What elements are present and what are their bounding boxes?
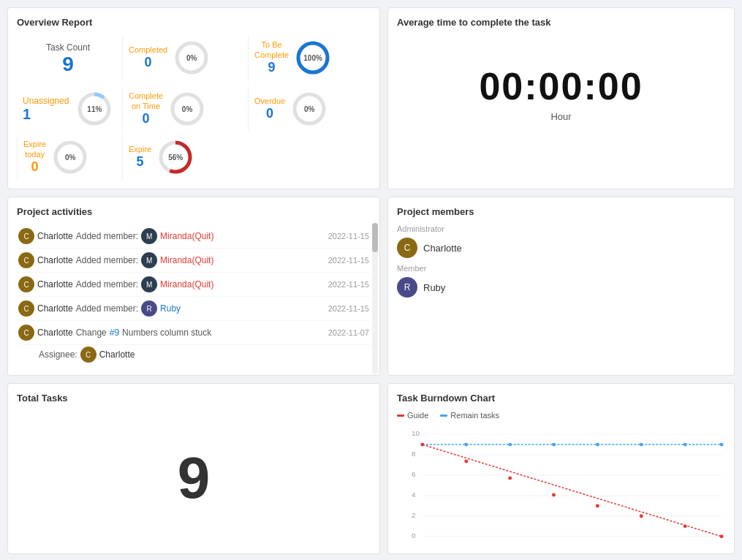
overdue-label: Overdue	[254, 97, 285, 106]
svg-text:8: 8	[412, 450, 416, 458]
expire-percent: 56%	[168, 154, 183, 162]
avatar: C	[18, 252, 34, 268]
svg-point-28	[684, 443, 687, 447]
overview-title: Overview Report	[17, 17, 371, 28]
avatar: C	[18, 300, 34, 317]
total-tasks-card: Total Tasks 9	[7, 383, 380, 554]
complete-on-time-stat: Completeon Time 0 0%	[122, 86, 245, 132]
avg-time-card: Average time to complete the task 00:00:…	[387, 7, 735, 189]
svg-point-23	[464, 443, 468, 447]
activities-title: Project activities	[17, 206, 371, 217]
scrollbar-thumb[interactable]	[372, 223, 378, 252]
avatar: C	[18, 325, 34, 341]
avatar: C	[18, 228, 34, 244]
member-row: R Ruby	[397, 277, 725, 298]
user-name: Charlotte	[37, 328, 73, 338]
to-be-complete-value: 9	[268, 60, 276, 75]
svg-text:0: 0	[412, 531, 416, 540]
date: 2022-11-15	[328, 304, 369, 313]
svg-point-34	[596, 504, 599, 507]
svg-point-33	[552, 493, 556, 496]
chart-legend: Guide Remain tasks	[397, 411, 725, 420]
burndown-title: Task Burndown Chart	[397, 393, 725, 404]
action-text: Change	[76, 328, 107, 338]
burndown-svg: 10 8 6 4 2 0	[397, 425, 725, 542]
target-avatar: R	[141, 300, 157, 317]
expire-donut: 56%	[156, 137, 195, 177]
target-name: Miranda(Quit)	[160, 231, 213, 241]
guide-legend-dot	[397, 415, 404, 417]
project-members-card: Project members Administrator C Charlott…	[387, 197, 735, 376]
overdue-percent: 0%	[304, 105, 314, 113]
scrollbar-track	[372, 223, 378, 374]
svg-point-25	[552, 443, 556, 447]
expire-today-percent: 0%	[65, 154, 75, 162]
completed-label: Completed	[129, 45, 167, 55]
activity-row: C Charlotte Change #9 Numbers column stu…	[17, 321, 371, 345]
svg-point-24	[508, 443, 512, 447]
assignee-row: Assignee: C Charlotte	[17, 345, 371, 366]
expire-today-label: Expiretoday	[23, 140, 46, 159]
action-text: Added member:	[76, 231, 138, 241]
task-count-value: 9	[62, 53, 74, 76]
issue-title: Numbers column stuck	[122, 328, 211, 338]
activity-row: C Charlotte Added member: M Miranda(Quit…	[17, 249, 371, 273]
unassigned-value: 1	[23, 106, 69, 123]
user-name: Charlotte	[37, 303, 73, 314]
activity-row: C Charlotte Added member: M Miranda(Quit…	[17, 273, 371, 297]
date: 2022-11-15	[328, 256, 369, 265]
complete-on-time-donut: 0%	[167, 89, 207, 129]
assignee-avatar: C	[80, 347, 96, 363]
assignee-label: Assignee:	[39, 349, 77, 360]
activities-list[interactable]: C Charlotte Added member: M Miranda(Quit…	[17, 224, 371, 366]
overdue-stat: Overdue 0 0%	[248, 86, 371, 132]
complete-on-time-percent: 0%	[182, 105, 192, 113]
time-display: 00:00:00	[397, 64, 725, 108]
avatar: C	[18, 276, 34, 292]
svg-point-32	[508, 477, 512, 480]
unassigned-percent: 11%	[87, 105, 102, 113]
expire-today-stat: Expiretoday 0 0%	[17, 135, 119, 180]
svg-text:4: 4	[412, 491, 416, 499]
target-avatar: M	[141, 252, 157, 268]
date: 2022-11-15	[328, 232, 369, 241]
time-unit: Hour	[397, 111, 725, 122]
target-avatar: M	[141, 276, 157, 292]
unassigned-cell: Unassigned 1 11%	[17, 86, 119, 132]
members-title: Project members	[397, 206, 725, 217]
svg-text:6: 6	[412, 470, 416, 478]
target-name: Ruby	[160, 303, 181, 314]
unassigned-label: Unassigned	[23, 96, 69, 106]
burndown-chart-card: Task Burndown Chart Guide Remain tasks 1…	[387, 383, 735, 554]
member-name: Ruby	[423, 282, 445, 293]
svg-point-36	[684, 524, 687, 528]
svg-point-29	[720, 443, 724, 447]
completed-donut: 0%	[172, 38, 211, 77]
complete-on-time-value: 0	[143, 111, 150, 126]
user-name: Charlotte	[37, 255, 73, 265]
task-count-label: Task Count	[46, 42, 90, 53]
project-activities-card: Project activities C Charlotte Added mem…	[7, 197, 380, 376]
expire-stat: Expire 5 56%	[122, 135, 245, 180]
to-be-complete-percent: 100%	[303, 54, 322, 62]
svg-text:2: 2	[412, 511, 416, 519]
target-name: Miranda(Quit)	[160, 279, 213, 290]
issue-number: #9	[110, 328, 119, 338]
avg-time-title: Average time to complete the task	[397, 17, 725, 28]
expire-today-donut: 0%	[50, 137, 90, 177]
overdue-value: 0	[266, 106, 273, 121]
expire-today-value: 0	[31, 159, 39, 175]
admin-role-label: Administrator	[397, 224, 725, 233]
date: 2022-11-07	[328, 328, 369, 337]
activity-row: C Charlotte Added member: M Miranda(Quit…	[17, 224, 371, 249]
assignee-name: Charlotte	[99, 349, 135, 360]
remain-legend-dot	[440, 415, 447, 417]
user-name: Charlotte	[37, 231, 73, 241]
completed-stat: Completed 0 0%	[122, 35, 245, 80]
remain-legend-label: Remain tasks	[450, 411, 499, 420]
complete-on-time-label: Completeon Time	[129, 91, 163, 110]
remain-legend-item: Remain tasks	[440, 411, 499, 420]
admin-avatar: C	[397, 238, 417, 258]
guide-legend-item: Guide	[397, 411, 428, 420]
action-text: Added member:	[76, 255, 138, 265]
